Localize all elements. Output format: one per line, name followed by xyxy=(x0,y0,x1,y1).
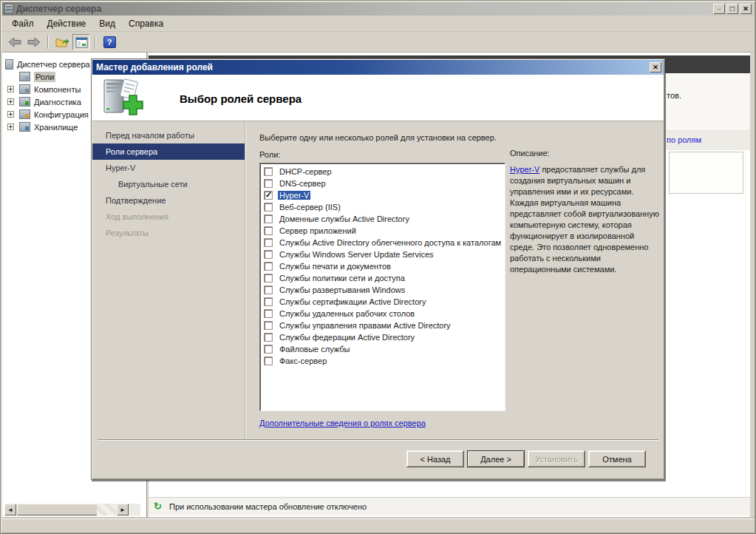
checkbox[interactable] xyxy=(264,238,273,247)
role-row[interactable]: DHCP-сервер xyxy=(260,166,505,178)
role-row[interactable]: Службы управления правами Active Directo… xyxy=(260,320,505,331)
role-row[interactable]: Службы удаленных рабочих столов xyxy=(260,308,505,320)
console-properties-button[interactable] xyxy=(72,34,90,50)
server-manager-window: Диспетчер сервера Файл Действие Вид Спра… xyxy=(0,0,756,534)
console-window-icon xyxy=(75,37,88,48)
roles-icon xyxy=(19,72,30,81)
role-row[interactable]: Факс-сервер xyxy=(260,355,505,367)
help-button[interactable]: ? xyxy=(101,34,118,50)
toolbar-separator xyxy=(47,36,49,49)
close-button[interactable] xyxy=(740,4,752,14)
wizard-steps-nav: Перед началом работы Роли сервера Hyper-… xyxy=(92,121,245,439)
roles-list-label: Роли: xyxy=(259,150,280,159)
dialog-titlebar[interactable]: Мастер добавления ролей ✕ xyxy=(92,60,664,75)
wizard-header: Выбор ролей сервера xyxy=(92,75,664,121)
role-row[interactable]: Службы политики сети и доступа xyxy=(260,272,505,284)
description-panel: Описание: Hyper-V предоставляет службы д… xyxy=(510,149,661,275)
expand-icon[interactable] xyxy=(7,86,14,92)
buttons-separator xyxy=(98,439,658,441)
maximize-button[interactable] xyxy=(726,4,738,14)
toolbar: ? xyxy=(2,33,754,53)
checkbox[interactable] xyxy=(264,297,273,306)
clipped-description-text: тов. xyxy=(667,91,681,100)
more-info-link[interactable]: Дополнительные сведения о ролях сервера xyxy=(259,419,426,427)
scrollbar-track[interactable] xyxy=(97,504,116,516)
hyper-v-description-link[interactable]: Hyper-V xyxy=(510,165,539,174)
role-row[interactable]: Службы Windows Server Update Services xyxy=(260,249,505,260)
menu-action[interactable]: Действие xyxy=(41,16,93,32)
wizard-content: Выберите одну или несколько ролей для ус… xyxy=(246,121,664,439)
expand-icon[interactable] xyxy=(7,111,14,118)
step-server-roles[interactable]: Роли сервера xyxy=(92,143,245,160)
expand-icon[interactable] xyxy=(7,124,14,130)
step-before-you-begin[interactable]: Перед началом работы xyxy=(92,127,245,143)
refresh-disabled-icon: ↻ xyxy=(154,501,164,512)
next-wizard-button[interactable]: Далее > xyxy=(467,450,525,467)
checkbox-checked[interactable] xyxy=(264,191,273,200)
step-progress: Ход выполнения xyxy=(92,209,245,225)
forward-button[interactable] xyxy=(25,34,43,50)
back-wizard-button[interactable]: < Назад xyxy=(406,450,464,467)
checkbox[interactable] xyxy=(264,274,273,283)
checkbox[interactable] xyxy=(264,226,273,235)
window-status-bar xyxy=(2,518,754,532)
role-row[interactable]: Файловые службы xyxy=(260,343,505,355)
show-hide-console-tree-button[interactable] xyxy=(53,34,71,50)
menubar: Файл Действие Вид Справка xyxy=(2,16,754,32)
checkbox[interactable] xyxy=(264,333,273,342)
diagnostics-icon xyxy=(19,97,30,107)
expand-icon[interactable] xyxy=(7,98,14,105)
role-row[interactable]: Веб-сервер (IIS) xyxy=(260,201,505,213)
pane-status-line: ↻ При использовании мастера обновление о… xyxy=(149,497,750,516)
menu-view[interactable]: Вид xyxy=(92,16,122,32)
role-row-hyper-v[interactable]: Hyper-V xyxy=(260,189,505,201)
role-row[interactable]: Доменные службы Active Directory xyxy=(260,213,505,225)
checkbox[interactable] xyxy=(264,321,273,330)
scroll-left-arrow[interactable]: ◄ xyxy=(4,504,16,516)
role-row[interactable]: Службы развертывания Windows xyxy=(260,284,505,296)
role-row[interactable]: Службы федерации Active Directory xyxy=(260,331,505,343)
checkbox[interactable] xyxy=(264,167,273,176)
minimize-button[interactable] xyxy=(713,4,725,14)
role-row[interactable]: Сервер приложений xyxy=(260,225,505,237)
step-hyper-v[interactable]: Hyper-V xyxy=(92,160,245,176)
checkbox[interactable] xyxy=(264,203,273,212)
checkbox[interactable] xyxy=(264,262,273,271)
step-confirmation[interactable]: Подтверждение xyxy=(92,192,245,209)
tree-horizontal-scrollbar[interactable]: ◄ ► xyxy=(4,504,140,516)
add-roles-wizard-dialog: Мастер добавления ролей ✕ xyxy=(91,58,665,480)
checkbox[interactable] xyxy=(264,309,273,318)
role-row[interactable]: DNS-сервер xyxy=(260,178,505,189)
checkbox[interactable] xyxy=(264,179,273,188)
checkbox[interactable] xyxy=(264,214,273,223)
configuration-icon xyxy=(19,109,30,119)
dialog-close-button[interactable]: ✕ xyxy=(650,62,661,72)
storage-icon xyxy=(19,122,30,132)
menu-file[interactable]: Файл xyxy=(5,16,41,32)
window-titlebar: Диспетчер сервера xyxy=(2,2,754,16)
server-manager-tree-icon xyxy=(5,59,13,70)
window-title: Диспетчер сервера xyxy=(16,4,101,14)
status-text: При использовании мастера обновление отк… xyxy=(169,502,367,511)
help-icon: ? xyxy=(103,36,116,48)
scroll-right-arrow[interactable]: ► xyxy=(117,504,129,516)
checkbox[interactable] xyxy=(264,345,273,354)
checkbox[interactable] xyxy=(264,285,273,294)
folder-export-icon xyxy=(55,37,69,48)
checkbox[interactable] xyxy=(264,250,273,259)
step-virtual-networks[interactable]: Виртуальные сети xyxy=(92,176,245,192)
dialog-title: Мастер добавления ролей xyxy=(96,62,213,72)
summary-box xyxy=(669,152,743,194)
cancel-wizard-button[interactable]: Отмена xyxy=(588,450,646,467)
roles-listbox[interactable]: DHCP-сервер DNS-сервер Hyper-V Веб-серве… xyxy=(259,163,505,411)
role-row[interactable]: Службы сертификации Active Directory xyxy=(260,296,505,308)
checkbox[interactable] xyxy=(264,356,273,365)
step-results: Результаты xyxy=(92,225,245,241)
roles-summary-link[interactable]: по ролям xyxy=(667,135,701,144)
role-row[interactable]: Службы печати и документов xyxy=(260,260,505,272)
back-button[interactable] xyxy=(6,34,24,50)
forward-arrow-icon xyxy=(27,37,41,47)
back-arrow-icon xyxy=(7,37,22,47)
menu-help[interactable]: Справка xyxy=(122,16,170,32)
role-row[interactable]: Службы Active Directory облегченного дос… xyxy=(260,237,505,249)
